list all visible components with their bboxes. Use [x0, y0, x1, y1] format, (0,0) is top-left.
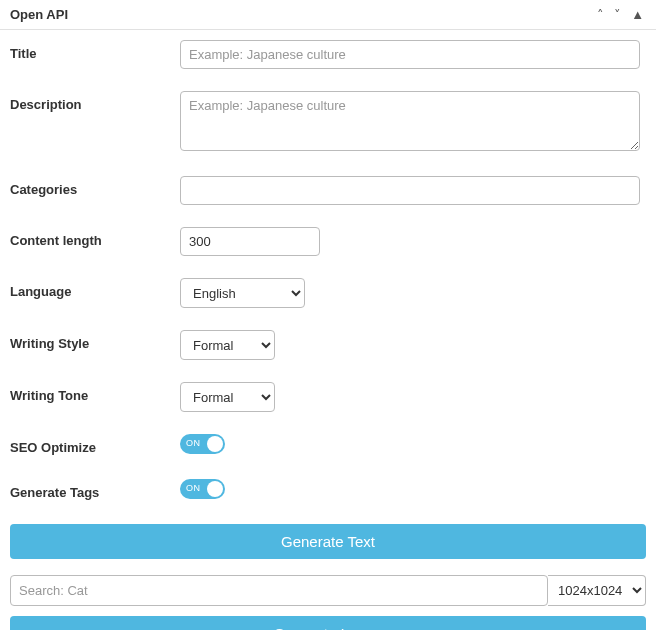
- row-categories: Categories: [10, 176, 646, 205]
- row-description: Description: [10, 91, 646, 154]
- categories-label: Categories: [10, 176, 180, 197]
- title-input[interactable]: [180, 40, 640, 69]
- language-select[interactable]: English: [180, 278, 305, 308]
- row-language: Language English: [10, 278, 646, 308]
- writing-style-label: Writing Style: [10, 330, 180, 351]
- panel-controls: ˄ ˅ ▲: [595, 6, 646, 23]
- writing-tone-label: Writing Tone: [10, 382, 180, 403]
- generate-tags-toggle[interactable]: ON: [180, 479, 225, 499]
- categories-input[interactable]: [180, 176, 640, 205]
- image-size-select[interactable]: 1024x1024: [548, 575, 646, 606]
- language-label: Language: [10, 278, 180, 299]
- toggle-knob-icon: [207, 436, 223, 452]
- collapse-up-icon[interactable]: ˄: [595, 6, 606, 23]
- row-generate-tags: Generate Tags ON: [10, 479, 646, 502]
- row-seo-optimize: SEO Optimize ON: [10, 434, 646, 457]
- content-length-input[interactable]: [180, 227, 320, 256]
- panel-title: Open API: [10, 7, 595, 22]
- description-textarea[interactable]: [180, 91, 640, 151]
- row-writing-style: Writing Style Formal: [10, 330, 646, 360]
- generate-image-button[interactable]: Generate Image: [10, 616, 646, 630]
- toggle-state-label: ON: [186, 438, 201, 448]
- collapse-triangle-icon[interactable]: ▲: [629, 6, 646, 23]
- toggle-state-label: ON: [186, 483, 201, 493]
- form-body: Title Description Categories Content len…: [0, 30, 656, 630]
- image-search-row: 1024x1024: [10, 575, 646, 606]
- seo-optimize-toggle[interactable]: ON: [180, 434, 225, 454]
- seo-optimize-label: SEO Optimize: [10, 434, 180, 455]
- generate-text-button[interactable]: Generate Text: [10, 524, 646, 559]
- collapse-down-icon[interactable]: ˅: [612, 6, 623, 23]
- writing-style-select[interactable]: Formal: [180, 330, 275, 360]
- panel-header: Open API ˄ ˅ ▲: [0, 0, 656, 30]
- image-search-input[interactable]: [10, 575, 548, 606]
- writing-tone-select[interactable]: Formal: [180, 382, 275, 412]
- row-content-length: Content length: [10, 227, 646, 256]
- content-length-label: Content length: [10, 227, 180, 248]
- generate-tags-label: Generate Tags: [10, 479, 180, 500]
- description-label: Description: [10, 91, 180, 112]
- title-label: Title: [10, 40, 180, 61]
- row-writing-tone: Writing Tone Formal: [10, 382, 646, 412]
- row-title: Title: [10, 40, 646, 69]
- toggle-knob-icon: [207, 481, 223, 497]
